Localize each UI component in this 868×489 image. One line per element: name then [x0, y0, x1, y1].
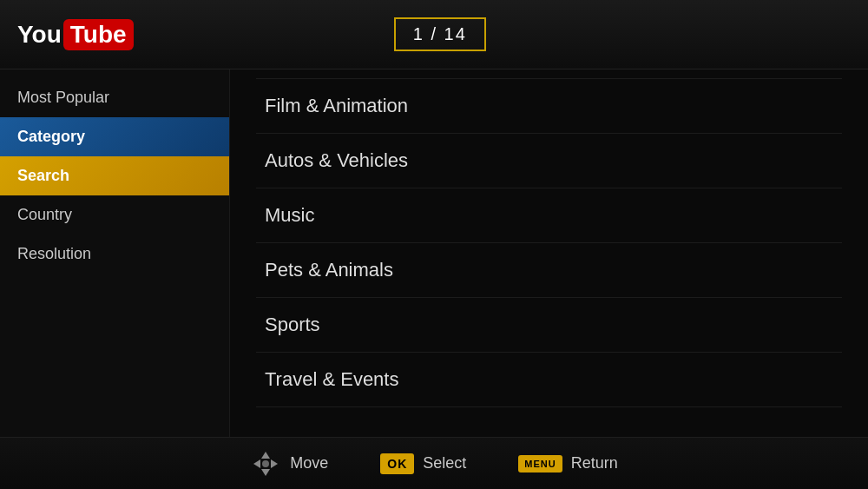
category-item-pets-animals[interactable]: Pets & Animals	[256, 243, 842, 298]
sidebar-item-most-popular[interactable]: Most Popular	[0, 78, 229, 117]
category-list: Film & Animation Autos & Vehicles Music …	[256, 78, 842, 407]
footer: Move OK Select MENU Return	[0, 437, 868, 489]
svg-marker-2	[253, 459, 260, 468]
svg-point-4	[262, 460, 269, 467]
youtube-logo: You Tube	[17, 19, 134, 50]
menu-badge: MENU	[518, 455, 562, 472]
logo-tube-box: Tube	[63, 19, 134, 50]
select-label: Select	[423, 454, 466, 472]
sidebar-item-category[interactable]: Category	[0, 117, 229, 156]
pagination-display: 1 / 14	[394, 17, 486, 51]
sidebar-item-country[interactable]: Country	[0, 195, 229, 235]
svg-marker-3	[271, 459, 278, 468]
return-label: Return	[571, 454, 618, 472]
category-item-film-animation[interactable]: Film & Animation	[256, 78, 842, 134]
logo-you-text: You	[17, 21, 62, 49]
header: You Tube 1 / 14	[0, 0, 868, 69]
sidebar-item-search[interactable]: Search	[0, 156, 229, 195]
main-content: Film & Animation Autos & Vehicles Music …	[230, 69, 868, 437]
footer-return[interactable]: MENU Return	[518, 454, 617, 472]
sidebar-item-resolution[interactable]: Resolution	[0, 235, 229, 274]
move-label: Move	[290, 454, 328, 472]
sidebar: Most Popular Category Search Country Res…	[0, 69, 230, 437]
category-item-sports[interactable]: Sports	[256, 298, 842, 353]
svg-marker-0	[261, 452, 270, 459]
footer-move: Move	[250, 448, 328, 479]
svg-marker-1	[261, 469, 270, 476]
footer-select[interactable]: OK Select	[380, 453, 466, 474]
logo-tube-text: Tube	[70, 21, 127, 48]
dpad-icon	[250, 448, 281, 479]
category-item-music[interactable]: Music	[256, 188, 842, 243]
ok-badge: OK	[380, 453, 414, 474]
category-item-autos-vehicles[interactable]: Autos & Vehicles	[256, 134, 842, 188]
category-item-travel-events[interactable]: Travel & Events	[256, 353, 842, 407]
